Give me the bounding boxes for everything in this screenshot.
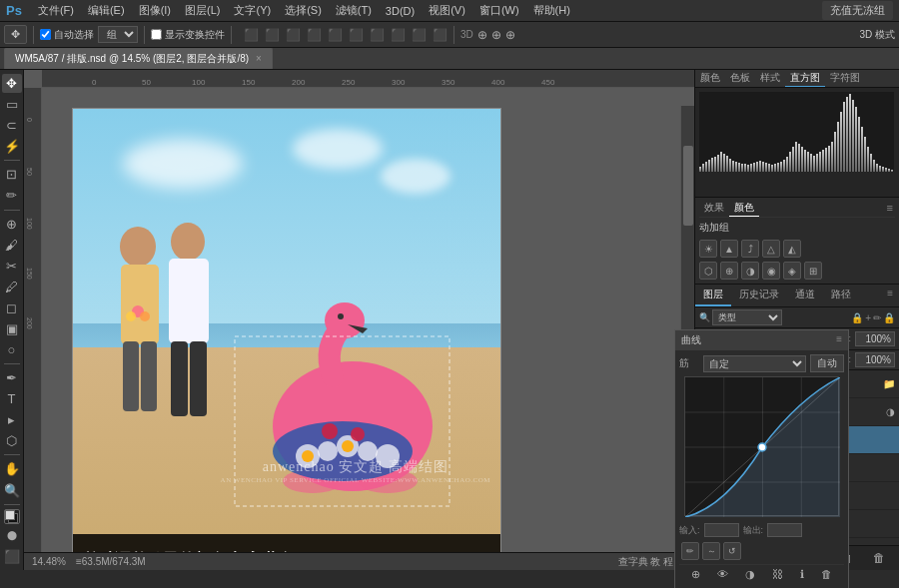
pen-tool[interactable]: ✒ bbox=[2, 368, 22, 387]
history-brush-tool[interactable]: 🖊 bbox=[2, 278, 22, 296]
menu-image[interactable]: 图像(I) bbox=[133, 1, 177, 20]
text-tool[interactable]: T bbox=[2, 389, 22, 408]
move-tool-btn[interactable]: ✥ bbox=[4, 25, 27, 44]
curves-eye-icon[interactable]: 👁 bbox=[717, 568, 728, 581]
crop-tool[interactable]: ⊡ bbox=[2, 165, 22, 184]
heal-tool[interactable]: ⊕ bbox=[2, 214, 22, 233]
lock-paint-icon[interactable]: ✏ bbox=[873, 312, 881, 323]
screen-mode[interactable]: ⬛ bbox=[2, 547, 22, 566]
active-tab[interactable]: WM5A/87 / 排版.nsd @ 14.5% (图层2, 图层合并版/8) … bbox=[4, 48, 273, 69]
photofilter-adj-icon[interactable]: ◉ bbox=[762, 262, 780, 280]
distribute-h-icon[interactable]: ⬛ bbox=[391, 28, 406, 42]
colorbal-adj-icon[interactable]: ⊕ bbox=[720, 262, 738, 280]
path-select-tool[interactable]: ▸ bbox=[2, 410, 22, 429]
tab-swatches[interactable]: 色板 bbox=[725, 70, 755, 87]
menu-file[interactable]: 文件(F) bbox=[32, 1, 80, 20]
3d-icon[interactable]: 3D bbox=[460, 29, 473, 40]
brightness-adj-icon[interactable]: ☀ bbox=[699, 240, 717, 258]
tab-channels[interactable]: 通道 bbox=[787, 285, 823, 306]
clone-tool[interactable]: ✂ bbox=[2, 257, 22, 276]
tab-paths[interactable]: 路径 bbox=[823, 285, 859, 306]
bw-adj-icon[interactable]: ◑ bbox=[741, 262, 759, 280]
search-icon[interactable]: 🔍 bbox=[699, 312, 710, 322]
menu-select[interactable]: 选择(S) bbox=[279, 1, 328, 20]
panel-menu-icon[interactable]: ≡ bbox=[885, 200, 895, 217]
menu-layer[interactable]: 图层(L) bbox=[179, 1, 226, 20]
curves-link-icon[interactable]: ⛓ bbox=[772, 568, 783, 581]
lock-move-icon[interactable]: + bbox=[865, 312, 871, 323]
shape-tool[interactable]: ⬡ bbox=[2, 431, 22, 450]
menu-help[interactable]: 帮助(H) bbox=[527, 1, 576, 20]
curves-input-field[interactable] bbox=[704, 523, 739, 537]
lock-all-icon[interactable]: 🔒 bbox=[883, 312, 895, 323]
huesat-adj-icon[interactable]: ⬡ bbox=[699, 262, 717, 280]
curves-smooth-tool[interactable]: ～ bbox=[702, 542, 720, 560]
auto-select-dropdown[interactable]: 组 bbox=[98, 26, 138, 43]
curves-reset-tool[interactable]: ↺ bbox=[723, 542, 741, 560]
lasso-tool[interactable]: ⊂ bbox=[2, 116, 22, 135]
auto-select-checkbox[interactable] bbox=[40, 29, 51, 40]
opacity-input[interactable] bbox=[855, 331, 895, 346]
align-right-icon[interactable]: ⬛ bbox=[286, 28, 301, 42]
distribute-icon[interactable]: ⬛ bbox=[349, 28, 364, 42]
auto-select-check[interactable]: 自动选择 bbox=[40, 28, 94, 42]
select-rect-tool[interactable]: ▭ bbox=[2, 95, 22, 114]
levels-adj-icon[interactable]: ▲ bbox=[720, 240, 738, 258]
lock-pos-icon[interactable]: 🔒 bbox=[851, 312, 863, 323]
curves-info-icon[interactable]: ℹ bbox=[800, 568, 804, 581]
curves-close-btn[interactable]: ≡ bbox=[836, 333, 842, 347]
channelmix-adj-icon[interactable]: ◈ bbox=[783, 262, 801, 280]
exposure-adj-icon[interactable]: △ bbox=[762, 240, 780, 258]
eraser-tool[interactable]: ◻ bbox=[2, 298, 22, 317]
tab-info[interactable]: 字符图 bbox=[825, 70, 865, 87]
eyedropper-tool[interactable]: ✏ bbox=[2, 186, 22, 205]
menu-edit[interactable]: 编辑(E) bbox=[82, 1, 131, 20]
curves-channel-select[interactable]: 自定 bbox=[703, 355, 806, 372]
menu-text[interactable]: 文字(Y) bbox=[228, 1, 277, 20]
v-scroll-thumb[interactable] bbox=[683, 146, 693, 226]
curves-trash-icon[interactable]: 🗑 bbox=[821, 568, 832, 581]
align-left-icon[interactable]: ⬛ bbox=[244, 28, 259, 42]
tab-adjustments-active[interactable]: 颜色 bbox=[729, 200, 759, 217]
tab-histogram[interactable]: 直方图 bbox=[785, 70, 825, 87]
zoom-tool[interactable]: 🔍 bbox=[2, 481, 22, 500]
menu-filter[interactable]: 滤镜(T) bbox=[330, 1, 378, 20]
auto-distribute-icon[interactable]: ⬛ bbox=[433, 28, 448, 42]
tab-close-btn[interactable]: × bbox=[256, 53, 262, 64]
tab-color[interactable]: 颜色 bbox=[695, 70, 725, 87]
move-tool[interactable]: ✥ bbox=[2, 74, 22, 93]
show-transform-check[interactable]: 显示变换控件 bbox=[151, 28, 225, 42]
tab-layers[interactable]: 图层 bbox=[695, 285, 731, 306]
tab-style[interactable]: 样式 bbox=[755, 70, 785, 87]
mode-icon-3[interactable]: ⊕ bbox=[505, 28, 515, 42]
menu-3d[interactable]: 3D(D) bbox=[380, 3, 421, 19]
layers-menu-icon[interactable]: ≡ bbox=[881, 285, 899, 306]
align-bottom-icon[interactable]: ⬛ bbox=[328, 28, 343, 42]
menu-view[interactable]: 视图(V) bbox=[423, 1, 471, 20]
align-center-icon[interactable]: ⬛ bbox=[265, 28, 280, 42]
layer-type-filter[interactable]: 类型 bbox=[712, 309, 782, 325]
hand-tool[interactable]: ✋ bbox=[2, 459, 22, 478]
tab-history[interactable]: 历史记录 bbox=[731, 285, 787, 306]
curves-pencil-tool[interactable]: ✏ bbox=[681, 542, 699, 560]
curves-adj-icon[interactable]: ⤴ bbox=[741, 240, 759, 258]
show-transform-checkbox[interactable] bbox=[151, 29, 162, 40]
curves-auto-btn[interactable]: 自动 bbox=[810, 354, 844, 372]
curves-graph[interactable] bbox=[684, 376, 839, 516]
auto-align-icon[interactable]: ⬛ bbox=[412, 28, 427, 42]
curves-mask-icon[interactable]: ◑ bbox=[745, 568, 755, 581]
mode-icon-1[interactable]: ⊕ bbox=[477, 28, 487, 42]
canvas-area[interactable]: 0 50 100 150 200 250 300 350 400 450 0 5… bbox=[24, 70, 694, 570]
vibrance-adj-icon[interactable]: ◭ bbox=[783, 240, 801, 258]
canvas-content[interactable]: anwenchao 安文超 高端结图 AN WENCHAO VIP SERVIC… bbox=[42, 88, 694, 570]
gradient-tool[interactable]: ▣ bbox=[2, 319, 22, 338]
delete-layer-btn[interactable]: 🗑 bbox=[869, 549, 889, 567]
dodge-tool[interactable]: ○ bbox=[2, 340, 22, 359]
distribute-v-icon[interactable]: ⬛ bbox=[370, 28, 385, 42]
curves-add-adjustment-icon[interactable]: ⊕ bbox=[691, 568, 700, 581]
quick-mask-tool[interactable]: ⬤ bbox=[2, 526, 22, 545]
brush-tool[interactable]: 🖌 bbox=[2, 236, 22, 255]
magic-wand-tool[interactable]: ⚡ bbox=[2, 137, 22, 156]
menu-window[interactable]: 窗口(W) bbox=[473, 1, 525, 20]
colorlookup-adj-icon[interactable]: ⊞ bbox=[804, 262, 822, 280]
